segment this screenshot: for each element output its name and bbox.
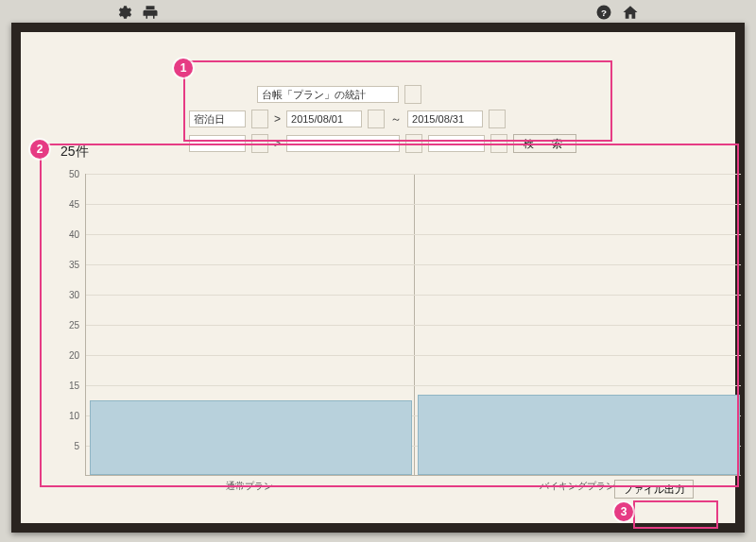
stats-title-dropdown[interactable] [404,85,421,104]
y-tick-label: 35 [59,260,79,270]
tilde-symbol: ～ [390,111,402,127]
date-field-input[interactable] [189,110,246,127]
gridline [86,174,741,175]
gridline [86,385,741,386]
print-icon[interactable] [142,4,159,21]
gridline [86,264,741,265]
x-tick-label: バイキングプラン [540,480,615,493]
extra-value-2-dropdown[interactable] [490,134,507,153]
extra-field-input[interactable] [189,135,246,152]
gridline [86,204,741,205]
search-button[interactable]: 検 索 [513,134,576,153]
filter-panel: > ～ > 検 索 [189,85,614,159]
date-to-input[interactable] [407,110,483,127]
extra-value-1-dropdown[interactable] [405,134,422,153]
extra-value-2-input[interactable] [428,135,485,152]
bar-1 [418,395,740,475]
help-icon[interactable]: ? [595,4,612,21]
extra-field-dropdown[interactable] [251,134,268,153]
result-count: 25件 [60,144,89,161]
callout-badge-1: 1 [174,59,193,77]
y-tick-label: 40 [59,229,79,240]
callout-box-3 [633,500,718,529]
app-frame: 1 2 3 > ～ [11,23,745,533]
home-icon[interactable] [622,4,639,21]
gridline [86,355,741,356]
gridline [86,234,741,235]
x-tick-label: 通常プラン [226,480,273,493]
bar-0 [90,400,412,475]
svg-text:?: ? [601,8,607,18]
gridline [86,295,741,296]
date-to-picker[interactable] [489,110,506,128]
y-tick-label: 50 [59,169,79,179]
gt-symbol-1: > [274,112,281,126]
file-export-button[interactable]: ファイル出力 [614,480,694,499]
gear-icon[interactable] [115,4,132,21]
extra-value-1-input[interactable] [286,135,400,152]
y-tick-label: 20 [59,350,79,361]
gridline [86,325,741,326]
paper-surface: 1 2 3 > ～ [21,32,735,523]
date-field-dropdown[interactable] [251,110,268,128]
chart-plot [85,174,741,476]
y-tick-label: 5 [59,441,79,451]
y-tick-label: 15 [59,381,79,391]
y-tick-label: 10 [59,411,79,421]
callout-badge-3: 3 [614,502,633,521]
y-tick-label: 30 [59,290,79,300]
gt-symbol-2: > [274,137,281,150]
date-from-input[interactable] [286,110,362,127]
date-from-picker[interactable] [368,110,385,128]
stats-title-input[interactable] [257,86,399,103]
chart-area: 5101520253035404550 通常プランバイキングプラン [59,174,741,495]
callout-badge-2: 2 [30,140,49,159]
y-tick-label: 45 [59,199,79,210]
y-tick-label: 25 [59,320,79,330]
